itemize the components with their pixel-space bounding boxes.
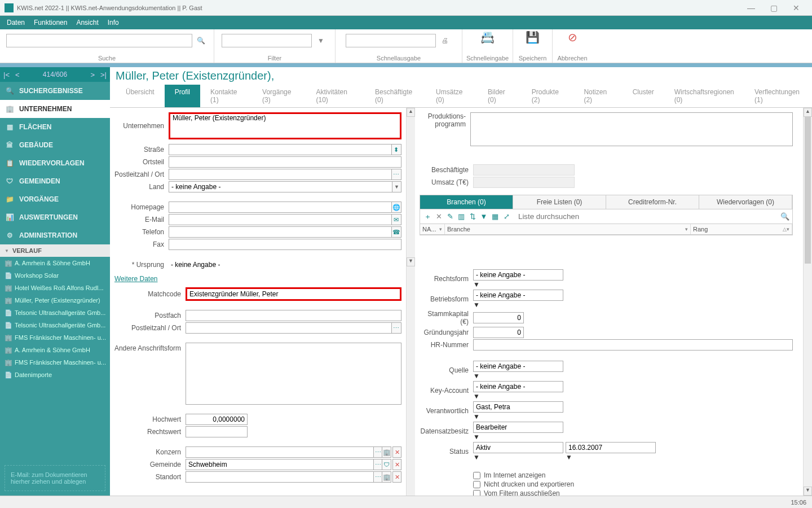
chk-drucken[interactable] [473,481,480,488]
tab-uebersicht[interactable]: Übersicht [116,85,165,107]
search-icon[interactable]: 🔍 [780,212,790,222]
dropdown-icon[interactable]: ▼ [473,281,793,288]
quelle-field[interactable] [473,361,563,372]
scroll-thumb[interactable] [805,117,811,264]
lookup-icon[interactable]: ⋯ [392,169,401,180]
sidebar-gebaeude[interactable]: 🏛GEBÄUDE [0,136,110,154]
grid-icon[interactable]: ▦ [490,212,500,222]
verlauf-header[interactable]: VERLAUF [0,244,110,257]
remove-icon[interactable]: ✕ [434,212,444,222]
dropdown-icon[interactable]: ▼ [473,453,563,461]
postfach-field[interactable] [186,310,401,321]
edit-icon[interactable]: ✎ [445,212,455,222]
list-search-input[interactable] [516,211,779,222]
land-field[interactable] [169,181,392,192]
delete-icon[interactable]: ✕ [392,446,401,458]
hochwert-field[interactable] [186,414,248,425]
rechtsform-field[interactable] [473,269,563,281]
building-icon[interactable]: 🏢 [382,471,391,483]
anschrift-field[interactable] [186,343,401,405]
maximize-button[interactable]: ▢ [762,3,785,12]
sidebar-unternehmen[interactable]: 🏢UNTERNEHMEN [0,100,110,118]
tab-wirtschaftsregionen[interactable]: Wirtschaftsregionen (0) [664,85,744,107]
history-item[interactable]: 🏢A. Amrhein & Söhne GmbH [0,257,110,269]
history-item[interactable]: 🏢Hotel Weißes Roß Alfons Rudl... [0,282,110,294]
columns-icon[interactable]: ▥ [456,212,466,222]
minimize-button[interactable]: — [740,3,762,12]
history-item[interactable]: 📄Datenimporte [0,369,110,381]
tab-produkte[interactable]: Produkte (2) [522,85,574,107]
sidebar-suchergebnisse[interactable]: 🔍SUCHERGEBNISSE [0,82,110,100]
nav-last-icon[interactable]: >| [100,71,107,79]
status-field[interactable] [473,442,563,453]
sidebar-administration[interactable]: ⚙ADMINISTRATION [0,226,110,244]
email-dropzone[interactable]: E-Mail: zum Dokumentieren hierher ziehen… [5,465,105,491]
konzern-field[interactable] [186,446,374,458]
history-item[interactable]: 🏢FMS Fränkischer Maschinen- u... [0,331,110,344]
delete-icon[interactable]: ✕ [392,471,401,483]
telefon-field[interactable] [169,226,392,238]
betriebsform-field[interactable] [473,290,563,301]
history-item[interactable]: 📄Workshop Solar [0,269,110,282]
weitere-daten-link[interactable]: Weitere Daten [114,275,157,283]
verantwortlich-field[interactable] [473,401,563,413]
dropdown-icon[interactable]: ▼ [392,181,401,192]
save-button[interactable]: 💾 [516,30,550,44]
subtab-wiedervorlagen[interactable]: Wiedervorlagen (0) [699,195,792,209]
scroll-down-icon[interactable]: ▼ [407,257,415,266]
dropdown-icon[interactable]: ▼ [473,433,793,441]
homepage-field[interactable] [169,202,392,213]
col-branche[interactable]: Branche [447,226,470,233]
filter-icon[interactable]: ▾ [685,226,688,232]
filter-input[interactable] [222,34,312,47]
plzort-field[interactable] [169,169,392,180]
scroll-up-icon[interactable]: ▲ [407,108,415,117]
dropdown-icon[interactable]: ▼ [566,453,616,461]
email-field[interactable] [169,214,392,225]
shield-icon[interactable]: 🛡 [382,459,391,470]
col-na[interactable]: NA... [422,226,436,233]
phone-icon[interactable]: ☎ [392,226,401,238]
print-icon[interactable]: 🖨 [438,34,452,47]
tab-bilder[interactable]: Bilder (0) [478,85,522,107]
history-item[interactable]: 🏢A. Amrhein & Söhne GmbH [0,344,110,356]
matchcode-field[interactable] [186,287,401,301]
strasse-field[interactable] [169,144,392,155]
sidebar-gemeinden[interactable]: 🛡GEMEINDEN [0,172,110,190]
tab-kontakte[interactable]: Kontakte (1) [200,85,252,107]
gruendung-field[interactable] [473,327,524,338]
tab-cluster[interactable]: Cluster [623,85,664,107]
lookup-icon[interactable]: ⋯ [374,446,383,458]
sidebar-vorgaenge[interactable]: 📁VORGÄNGE [0,190,110,208]
chk-internet[interactable] [473,472,480,479]
cancel-button[interactable]: ⊘ [555,30,589,44]
menu-ansicht[interactable]: Ansicht [72,19,103,27]
subtab-freielisten[interactable]: Freie Listen (0) [513,195,606,209]
mail-icon[interactable]: ✉ [392,214,401,225]
tab-verflechtungen[interactable]: Verflechtungen (1) [744,85,812,107]
sort-icon[interactable]: ⇅ [467,212,478,222]
nav-next-icon[interactable]: > [90,71,95,79]
filter-icon[interactable]: ▾ [439,226,442,232]
search-input[interactable] [6,34,192,47]
add-icon[interactable]: ＋ [422,212,433,222]
lookup-icon[interactable]: ⋯ [374,459,383,470]
ortsteil-field[interactable] [169,156,401,168]
delete-icon[interactable]: ✕ [392,459,401,470]
subtab-branchen[interactable]: Branchen (0) [420,195,513,209]
menu-funktionen[interactable]: Funktionen [29,19,72,27]
dropdown-icon[interactable]: ▼ [473,413,793,421]
subtab-creditreform[interactable]: Creditreform-Nr. [606,195,699,209]
left-scrollbar[interactable]: ▲ ▼ [406,108,415,496]
web-icon[interactable]: 🌐 [392,202,401,213]
schnelleingabe-button[interactable]: 📇 [471,30,505,44]
filter-icon[interactable]: ▼ [479,212,489,222]
menu-info[interactable]: Info [103,19,123,27]
lookup-icon[interactable]: ⋯ [374,471,383,483]
status-date-field[interactable] [566,442,656,453]
expand-icon[interactable]: ⤢ [501,212,511,222]
sidebar-flaechen[interactable]: ▦FLÄCHEN [0,118,110,136]
building-icon[interactable]: 🏢 [382,446,391,458]
tab-aktivitaeten[interactable]: Aktivitäten (10) [306,85,365,107]
unternehmen-field[interactable]: Müller, Peter (Existenzgründer) [169,112,401,139]
